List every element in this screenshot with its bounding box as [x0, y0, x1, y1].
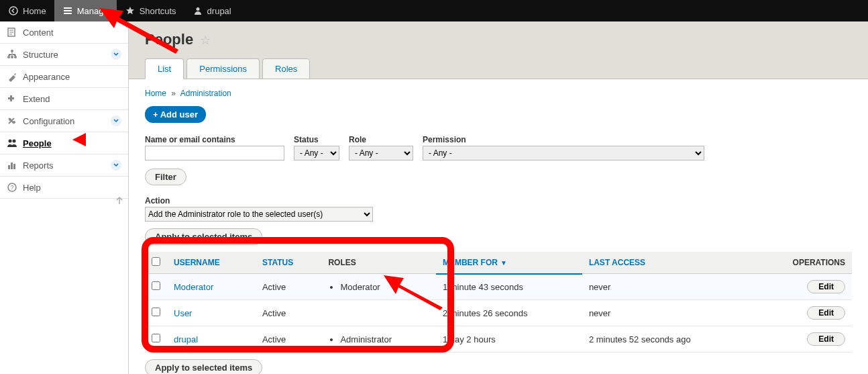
col-status[interactable]: STATUS [256, 252, 322, 274]
filter-name-input[interactable] [145, 146, 284, 160]
chevron-down-icon[interactable] [111, 160, 121, 171]
main-content: People ☆ ListPermissionsRoles Home » Adm… [129, 21, 868, 374]
content-icon [7, 27, 17, 38]
favorite-star-icon[interactable]: ☆ [200, 34, 211, 47]
filter-role-label: Role [349, 135, 413, 144]
sidebar-item-extend[interactable]: Extend [0, 88, 128, 110]
action-select[interactable]: Add the Administrator role to the select… [145, 207, 373, 222]
svg-text:?: ? [10, 184, 13, 191]
svg-point-1 [196, 7, 199, 11]
filter-status-label: Status [294, 135, 339, 144]
member-for-cell: 1 day 2 hours [436, 326, 582, 353]
svg-point-10 [13, 140, 16, 143]
row-checkbox[interactable] [152, 308, 160, 316]
table-row: drupalActiveAdministrator1 day 2 hours2 … [145, 326, 852, 353]
chevron-down-icon[interactable] [111, 49, 121, 60]
appearance-icon [7, 71, 17, 82]
admin-toolbar: Home Manage Shortcuts drupal [0, 0, 868, 21]
add-user-button[interactable]: + Add user [145, 106, 206, 123]
username-link[interactable]: Moderator [174, 282, 213, 292]
col-member-for[interactable]: MEMBER FOR▼ [436, 252, 582, 274]
sidebar-orientation-toggle[interactable] [115, 196, 124, 205]
roles-cell [321, 300, 435, 326]
toolbar-user[interactable]: drupal [184, 0, 239, 21]
apply-button-top[interactable]: Apply to selected items [145, 228, 262, 245]
sidebar-item-label: People [23, 138, 52, 148]
sidebar-item-reports[interactable]: Reports [0, 154, 128, 177]
breadcrumb-home[interactable]: Home [145, 89, 166, 98]
sidebar-item-content[interactable]: Content [0, 21, 128, 44]
svg-point-7 [9, 118, 11, 121]
user-icon [193, 5, 203, 16]
svg-point-0 [9, 7, 17, 15]
tab-roles[interactable]: Roles [262, 58, 310, 79]
col-last-access[interactable]: LAST ACCESS [582, 252, 754, 274]
people-icon [7, 138, 17, 148]
last-access-cell: never [582, 300, 754, 326]
star-icon [125, 5, 135, 16]
sidebar-item-label: Configuration [23, 116, 74, 126]
sidebar-item-configuration[interactable]: Configuration [0, 110, 128, 132]
back-icon [8, 5, 19, 16]
status-cell: Active [256, 326, 322, 353]
last-access-cell: 2 minutes 52 seconds ago [582, 326, 754, 353]
config-icon [7, 115, 17, 126]
sidebar-item-label: Structure [23, 50, 58, 60]
username-link[interactable]: User [174, 308, 192, 318]
toolbar-shortcuts-label: Shortcuts [140, 6, 176, 16]
primary-tabs: ListPermissionsRoles [129, 58, 868, 79]
sidebar-item-people[interactable]: People [0, 132, 128, 154]
table-row: ModeratorActiveModerator1 minute 43 seco… [145, 274, 852, 300]
username-link[interactable]: drupal [174, 334, 198, 344]
edit-button[interactable]: Edit [807, 332, 845, 346]
row-checkbox[interactable] [152, 334, 160, 342]
sort-desc-icon: ▼ [500, 259, 507, 267]
status-cell: Active [256, 274, 322, 300]
col-roles: ROLES [321, 252, 435, 274]
filter-permission-label: Permission [423, 135, 704, 144]
toolbar-shortcuts[interactable]: Shortcuts [117, 0, 184, 21]
breadcrumb: Home » Administration [145, 89, 852, 98]
sidebar-item-structure[interactable]: Structure [0, 44, 128, 66]
filter-name-label: Name or email contains [145, 135, 284, 144]
filter-button[interactable]: Filter [145, 169, 186, 185]
sidebar-item-label: Help [23, 183, 41, 193]
svg-point-9 [9, 140, 12, 143]
breadcrumb-admin[interactable]: Administration [180, 89, 231, 98]
toolbar-manage-label: Manage [77, 6, 109, 16]
admin-sidebar: ContentStructureAppearanceExtendConfigur… [0, 21, 129, 374]
filter-permission-select[interactable]: - Any - [423, 146, 704, 160]
sidebar-item-label: Reports [23, 160, 54, 171]
edit-button[interactable]: Edit [807, 280, 845, 293]
row-checkbox[interactable] [152, 281, 160, 290]
svg-rect-12 [11, 162, 13, 169]
filter-role-select[interactable]: - Any - [349, 146, 413, 160]
sidebar-item-label: Appearance [23, 72, 70, 82]
sidebar-item-label: Content [23, 28, 54, 38]
apply-button-bottom[interactable]: Apply to selected items [145, 359, 262, 374]
role-item: Moderator [340, 282, 429, 292]
toolbar-manage[interactable]: Manage [54, 0, 117, 21]
toolbar-home-label: Home [23, 6, 46, 16]
svg-point-6 [14, 56, 17, 58]
edit-button[interactable]: Edit [807, 306, 845, 320]
toolbar-home[interactable]: Home [0, 0, 54, 21]
svg-point-4 [7, 56, 10, 58]
help-icon: ? [7, 182, 17, 193]
filter-status-select[interactable]: - Any - [294, 146, 339, 160]
toolbar-user-label: drupal [207, 6, 231, 16]
member-for-cell: 2 minutes 26 seconds [436, 300, 582, 326]
sidebar-item-help[interactable]: ?Help [0, 177, 128, 199]
status-cell: Active [256, 300, 322, 326]
sidebar-item-label: Extend [23, 94, 50, 104]
select-all-checkbox[interactable] [152, 257, 160, 266]
tab-list[interactable]: List [145, 58, 184, 79]
tab-permissions[interactable]: Permissions [186, 58, 260, 79]
col-username[interactable]: USERNAME [167, 252, 256, 274]
svg-rect-13 [13, 164, 15, 169]
chevron-down-icon[interactable] [111, 115, 121, 126]
page-title: People [145, 31, 193, 48]
sidebar-item-appearance[interactable]: Appearance [0, 66, 128, 88]
svg-point-5 [11, 56, 13, 58]
svg-point-3 [11, 50, 13, 52]
